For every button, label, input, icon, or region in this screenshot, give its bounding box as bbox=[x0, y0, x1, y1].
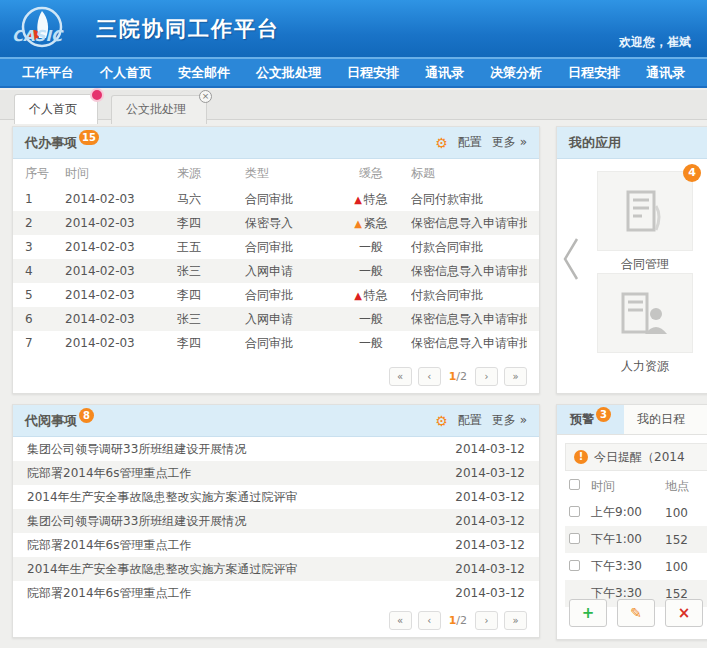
last-page-button[interactable]: » bbox=[504, 611, 527, 630]
read-item[interactable]: 2014年生产安全事故隐患整改实施方案通过院评审 2014-03-12 bbox=[13, 557, 539, 581]
carousel-left-arrow[interactable] bbox=[561, 235, 581, 287]
cell-title: 付款合同审批 bbox=[411, 239, 527, 256]
cell-source: 李四 bbox=[177, 335, 245, 352]
tab-notify-icon bbox=[90, 88, 104, 102]
cell-place: 152 bbox=[665, 533, 707, 547]
nav-item[interactable]: 安全邮件 bbox=[178, 64, 230, 82]
read-item[interactable]: 集团公司领导调研33所班组建设开展情况 2014-03-12 bbox=[13, 509, 539, 533]
select-all-checkbox[interactable] bbox=[569, 479, 580, 490]
todo-row[interactable]: 7 2014-02-03 李四 合同审批 ▲一般 保密信息导入申请审批 bbox=[13, 331, 539, 355]
cell-type: 合同审批 bbox=[245, 335, 331, 352]
delete-button[interactable]: × bbox=[665, 599, 703, 627]
nav-item[interactable]: 工作平台 bbox=[22, 64, 74, 82]
cell-place: 100 bbox=[665, 560, 707, 574]
schedule-row[interactable]: 上午9:00 100 bbox=[565, 499, 707, 526]
todo-row[interactable]: 4 2014-02-03 张三 入网申请 ▲一般 保密信息导入申请审批 bbox=[13, 259, 539, 283]
urgency-triangle-icon: ▲ bbox=[354, 194, 362, 205]
add-button[interactable]: + bbox=[569, 599, 607, 627]
last-page-button[interactable]: » bbox=[504, 367, 527, 386]
tab-close-icon[interactable]: × bbox=[199, 90, 212, 103]
cell-urgency: ▲特急 bbox=[331, 191, 411, 208]
main-nav: 工作平台 个人首页 安全邮件 公文批处理 日程安排 通讯录 决策分析 日程安排 … bbox=[0, 57, 707, 88]
tab-alerts[interactable]: 预警 3 bbox=[557, 405, 624, 434]
config-link[interactable]: 配置 bbox=[458, 412, 482, 429]
schedule-row[interactable]: 下午3:30 100 bbox=[565, 553, 707, 580]
app-card-hr[interactable]: 人力资源 bbox=[597, 273, 693, 375]
read-item[interactable]: 院部署2014年6s管理重点工作 2014-03-12 bbox=[13, 581, 539, 605]
todo-row[interactable]: 2 2014-02-03 李四 保密导入 ▲紧急 保密信息导入申请审批 bbox=[13, 211, 539, 235]
cell-title: 保密信息导入申请审批 bbox=[411, 263, 527, 280]
todo-row[interactable]: 6 2014-02-03 张三 入网申请 ▲一般 保密信息导入申请审批 bbox=[13, 307, 539, 331]
urgency-triangle-icon: ▲ bbox=[354, 218, 362, 229]
read-panel-header: 代阅事项 8 ⚙ 配置 更多 » bbox=[13, 405, 539, 437]
next-page-button[interactable]: › bbox=[475, 367, 498, 386]
edit-button[interactable]: ✎ bbox=[617, 599, 655, 627]
row-checkbox[interactable] bbox=[569, 560, 580, 571]
item-title: 院部署2014年6s管理重点工作 bbox=[27, 465, 447, 482]
tab-my-schedule[interactable]: 我的日程 bbox=[624, 405, 698, 434]
prev-page-button[interactable]: ‹ bbox=[418, 367, 441, 386]
nav-item[interactable]: 通讯录 bbox=[425, 64, 464, 82]
item-title: 院部署2014年6s管理重点工作 bbox=[27, 585, 447, 602]
item-title: 院部署2014年6s管理重点工作 bbox=[27, 537, 447, 554]
read-item[interactable]: 院部署2014年6s管理重点工作 2014-03-12 bbox=[13, 533, 539, 557]
my-apps-panel: 我的应用 4 合同管理 bbox=[556, 126, 707, 394]
page-indicator: 1/2 bbox=[449, 614, 467, 627]
read-item[interactable]: 院部署2014年6s管理重点工作 2014-03-12 bbox=[13, 461, 539, 485]
tab-doc-batch[interactable]: 公文批处理 × bbox=[111, 95, 207, 124]
col-urgency: 缓急 bbox=[331, 165, 411, 182]
row-checkbox[interactable] bbox=[569, 506, 580, 517]
alerts-count-badge: 3 bbox=[596, 407, 611, 422]
more-link[interactable]: 更多 » bbox=[492, 134, 527, 151]
nav-item[interactable]: 日程安排 bbox=[347, 64, 399, 82]
item-date: 2014-03-12 bbox=[455, 586, 525, 600]
nav-item[interactable]: 日程安排 bbox=[568, 64, 620, 82]
todo-row[interactable]: 5 2014-02-03 李四 合同审批 ▲特急 付款合同审批 bbox=[13, 283, 539, 307]
cell-title: 合同付款审批 bbox=[411, 191, 527, 208]
todo-row[interactable]: 3 2014-02-03 王五 合同审批 ▲一般 付款合同审批 bbox=[13, 235, 539, 259]
app-label: 合同管理 bbox=[597, 256, 693, 273]
nav-item[interactable]: 通讯录 bbox=[646, 64, 685, 82]
item-date: 2014-03-12 bbox=[455, 490, 525, 504]
cell-type: 保密导入 bbox=[245, 215, 331, 232]
tab-label: 我的日程 bbox=[637, 411, 685, 428]
panel-title: 我的应用 bbox=[569, 134, 621, 152]
nav-item[interactable]: 个人首页 bbox=[100, 64, 152, 82]
todo-row[interactable]: 1 2014-02-03 马六 合同审批 ▲特急 合同付款审批 bbox=[13, 187, 539, 211]
app-iconbox bbox=[597, 273, 693, 353]
tab-label: 个人首页 bbox=[29, 102, 77, 116]
read-item[interactable]: 集团公司领导调研33所班组建设开展情况 2014-03-12 bbox=[13, 437, 539, 461]
todo-table-header: 序号 时间 来源 类型 缓急 标题 bbox=[13, 159, 539, 187]
cell-title: 保密信息导入申请审批 bbox=[411, 215, 527, 232]
schedule-row[interactable]: 下午1:00 152 bbox=[565, 526, 707, 553]
cell-urgency: ▲特急 bbox=[331, 287, 411, 304]
cell-time: 下午3:30 bbox=[591, 558, 665, 575]
more-link[interactable]: 更多 » bbox=[492, 412, 527, 429]
tab-personal-home[interactable]: 个人首页 bbox=[14, 94, 98, 124]
nav-item[interactable]: 决策分析 bbox=[490, 64, 542, 82]
first-page-button[interactable]: « bbox=[389, 611, 412, 630]
prev-page-button[interactable]: ‹ bbox=[418, 611, 441, 630]
gear-icon[interactable]: ⚙ bbox=[435, 414, 448, 428]
row-checkbox[interactable] bbox=[569, 533, 580, 544]
app-card-contract[interactable]: 4 合同管理 bbox=[597, 171, 693, 273]
read-item[interactable]: 2014年生产安全事故隐患整改实施方案通过院评审 2014-03-12 bbox=[13, 485, 539, 509]
nav-item[interactable]: 公文批处理 bbox=[256, 64, 321, 82]
cell-title: 保密信息导入申请审批 bbox=[411, 311, 527, 328]
first-page-button[interactable]: « bbox=[389, 367, 412, 386]
item-date: 2014-03-12 bbox=[455, 466, 525, 480]
next-page-button[interactable]: › bbox=[475, 611, 498, 630]
app-header: CASIC 三院协同工作平台 欢迎您，崔斌 bbox=[0, 0, 707, 57]
app-label: 人力资源 bbox=[597, 358, 693, 375]
cell-title: 付款合同审批 bbox=[411, 287, 527, 304]
panel-title: 代办事项 bbox=[25, 134, 77, 152]
gear-icon[interactable]: ⚙ bbox=[435, 136, 448, 150]
cell-source: 张三 bbox=[177, 311, 245, 328]
cell-source: 王五 bbox=[177, 239, 245, 256]
today-reminder-bar: ! 今日提醒（2014 bbox=[565, 443, 707, 471]
cell-type: 入网申请 bbox=[245, 311, 331, 328]
todo-pager: « ‹ 1/2 › » bbox=[389, 367, 527, 386]
config-link[interactable]: 配置 bbox=[458, 134, 482, 151]
cell-type: 合同审批 bbox=[245, 239, 331, 256]
item-title: 集团公司领导调研33所班组建设开展情况 bbox=[27, 513, 447, 530]
